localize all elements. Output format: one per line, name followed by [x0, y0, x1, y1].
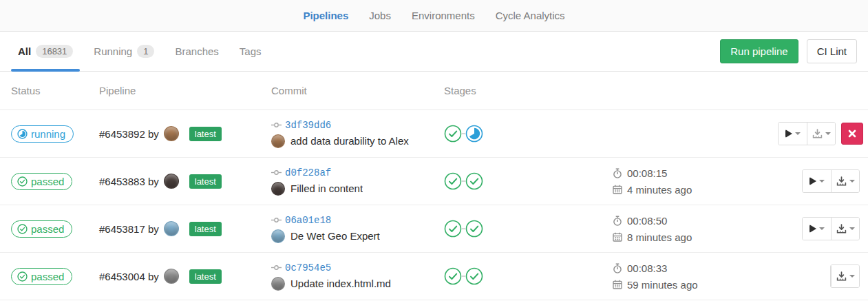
chevron-down-icon	[819, 227, 825, 230]
commit-author-avatar[interactable]	[271, 229, 285, 243]
pipeline-link[interactable]: #6453817 by	[99, 223, 159, 235]
commit-author-avatar[interactable]	[271, 277, 285, 291]
header-pipeline: Pipeline	[99, 85, 271, 96]
commit-sha-link[interactable]: 3df39dd6	[285, 120, 331, 131]
duration-line: 00:08:15	[613, 167, 778, 179]
stages-cell	[444, 220, 613, 238]
download-icon	[836, 271, 847, 282]
manual-actions-dropdown-button[interactable]	[803, 218, 831, 240]
commit-icon	[271, 217, 282, 223]
header-stages: Stages	[444, 85, 613, 96]
commit-cell: 06a01e18 De Wet Geo Expert	[271, 215, 444, 243]
latest-badge[interactable]: latest	[189, 269, 222, 284]
tab-branches[interactable]: Branches	[168, 32, 225, 71]
tab-all[interactable]: All 16831	[11, 32, 80, 71]
status-cell: running	[11, 125, 99, 143]
duration-text: 00:08:33	[627, 262, 667, 274]
duration-text: 00:08:50	[627, 215, 667, 227]
tab-branches-label: Branches	[175, 45, 218, 57]
tab-running-label: Running	[94, 45, 132, 57]
commit-sha-link[interactable]: 06a01e18	[285, 215, 331, 226]
stage-icon-1[interactable]	[444, 125, 462, 143]
latest-badge[interactable]: latest	[189, 222, 222, 236]
download-icon	[836, 224, 847, 234]
nav-item-pipelines[interactable]: Pipelines	[293, 0, 359, 31]
stage-icon-2[interactable]	[465, 172, 483, 190]
latest-badge[interactable]: latest	[189, 174, 222, 189]
commit-icon	[271, 264, 282, 271]
nav-item-jobs[interactable]: Jobs	[359, 0, 401, 31]
time-ago-line: 4 minutes ago	[613, 184, 778, 196]
artifacts-dropdown-button[interactable]	[831, 265, 859, 287]
stage-passed-icon	[444, 125, 462, 143]
artifacts-dropdown-button[interactable]	[807, 123, 835, 145]
chevron-down-icon	[819, 180, 825, 183]
commit-message-link[interactable]: add data durability to Alex	[290, 135, 409, 147]
passed-icon	[17, 224, 28, 234]
status-label: passed	[31, 223, 64, 235]
status-badge[interactable]: passed	[11, 173, 72, 190]
stage-icon-1[interactable]	[444, 220, 462, 238]
project-nav: Pipelines Jobs Environments Cycle Analyt…	[0, 0, 868, 32]
nav-item-environments[interactable]: Environments	[401, 0, 485, 31]
timer-icon	[613, 263, 622, 273]
pipelines-table-body: running #6453892 by latest 3df39dd6 add …	[0, 110, 868, 300]
pipeline-link[interactable]: #6453892 by	[99, 128, 159, 140]
stage-passed-icon	[444, 267, 462, 285]
ci-lint-button[interactable]: CI Lint	[807, 39, 857, 63]
commit-author-avatar[interactable]	[271, 182, 285, 196]
latest-badge[interactable]: latest	[189, 127, 222, 141]
play-icon	[785, 129, 792, 138]
stage-icon-2[interactable]	[465, 267, 483, 285]
tab-running-count-badge: 1	[137, 45, 154, 59]
time-ago-text: 4 minutes ago	[627, 184, 692, 196]
table-row: passed #6453817 by latest 06a01e18 De We…	[0, 205, 868, 253]
commit-sha-link[interactable]: d0f228af	[285, 167, 331, 178]
row-actions-group	[802, 217, 860, 240]
table-row: passed #6453004 by latest 0c7954e5 Updat…	[0, 253, 868, 300]
stage-passed-icon	[465, 267, 483, 285]
manual-actions-dropdown-button[interactable]	[779, 123, 807, 145]
avatar[interactable]	[164, 221, 179, 236]
commit-cell: d0f228af Filled in content	[271, 167, 444, 196]
commit-icon	[271, 169, 282, 176]
download-icon	[836, 176, 847, 187]
download-icon	[812, 129, 823, 139]
artifacts-dropdown-button[interactable]	[831, 170, 859, 192]
stage-icon-1[interactable]	[444, 267, 462, 285]
artifacts-dropdown-button[interactable]	[831, 218, 859, 240]
commit-message-link[interactable]: Filled in content	[290, 183, 363, 194]
row-actions-group	[778, 122, 836, 145]
status-badge[interactable]: passed	[11, 268, 72, 285]
tab-running[interactable]: Running 1	[87, 32, 161, 71]
stage-icon-1[interactable]	[444, 172, 462, 190]
pipeline-cell: #6453004 by latest	[99, 269, 271, 284]
run-pipeline-button[interactable]: Run pipeline	[720, 39, 798, 63]
avatar[interactable]	[164, 174, 179, 189]
status-badge[interactable]: running	[11, 125, 74, 143]
pipeline-cell: #6453883 by latest	[99, 174, 271, 189]
nav-item-cycle-analytics[interactable]: Cycle Analytics	[485, 0, 575, 31]
pipeline-link[interactable]: #6453883 by	[99, 176, 159, 187]
commit-sha-link[interactable]: 0c7954e5	[285, 262, 331, 273]
stage-icon-2[interactable]	[465, 125, 483, 143]
avatar[interactable]	[164, 269, 179, 284]
tab-tags[interactable]: Tags	[233, 32, 268, 71]
passed-icon	[17, 271, 28, 282]
time-ago-text: 59 minutes ago	[627, 279, 698, 291]
manual-actions-dropdown-button[interactable]	[803, 170, 831, 192]
tab-tags-label: Tags	[240, 45, 262, 57]
commit-message-link[interactable]: De Wet Geo Expert	[290, 230, 380, 242]
chevron-down-icon	[849, 180, 855, 183]
commit-message-link[interactable]: Update index.html.md	[290, 278, 391, 289]
time-ago-text: 8 minutes ago	[627, 231, 692, 243]
status-badge[interactable]: passed	[11, 220, 72, 238]
avatar[interactable]	[164, 126, 179, 141]
time-ago-line: 59 minutes ago	[613, 279, 778, 291]
commit-author-avatar[interactable]	[271, 134, 285, 148]
pipelines-actions: Run pipeline CI Lint	[720, 32, 857, 71]
pipeline-link[interactable]: #6453004 by	[99, 271, 159, 282]
stage-running-icon	[465, 125, 483, 143]
stage-icon-2[interactable]	[465, 220, 483, 238]
cancel-pipeline-button[interactable]	[841, 123, 863, 145]
